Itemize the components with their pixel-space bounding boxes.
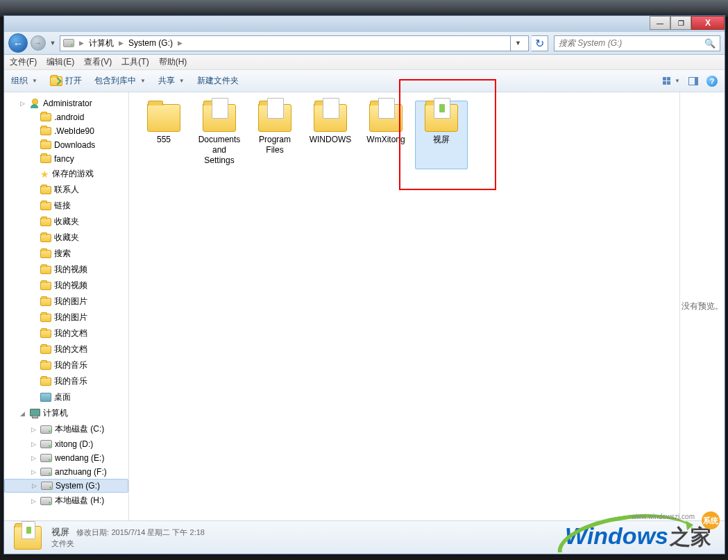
tree-item-label: fancy <box>54 154 74 164</box>
share-button[interactable]: 共享▼ <box>158 75 185 87</box>
folder-icon <box>40 362 51 370</box>
chevron-down-icon: ▼ <box>179 78 185 84</box>
folder-icon <box>369 104 403 132</box>
chevron-right-icon[interactable]: ▶ <box>77 40 86 46</box>
tree-item[interactable]: 我的文档 <box>4 341 128 357</box>
organize-button[interactable]: 组织▼ <box>11 75 37 87</box>
folder-item[interactable]: WINDOWS <box>304 101 357 169</box>
folder-icon <box>40 282 51 290</box>
tree-item-label: 计算机 <box>43 407 68 419</box>
tree-item-label: 搜索 <box>54 248 71 260</box>
drive-icon <box>40 454 52 462</box>
expand-icon[interactable]: ▷ <box>29 455 37 461</box>
tree-item[interactable]: ▷anzhuang (F:) <box>4 465 128 479</box>
expand-icon[interactable]: ▷ <box>18 100 26 107</box>
tree-item-label: 链接 <box>54 200 71 212</box>
tree-item-label: .WebIde90 <box>54 126 94 136</box>
menu-help[interactable]: 帮助(H) <box>159 56 187 68</box>
tree-item[interactable]: .WebIde90 <box>4 124 128 138</box>
tree-item[interactable]: 我的音乐 <box>4 357 128 373</box>
tree-item[interactable]: 我的音乐 <box>4 373 128 389</box>
tree-item[interactable]: 搜索 <box>4 246 128 262</box>
tree-item[interactable]: Downloads <box>4 138 128 152</box>
search-icon[interactable]: 🔍 <box>704 38 716 49</box>
tree-item[interactable]: .android <box>4 110 128 124</box>
expand-icon[interactable]: ▷ <box>29 426 37 433</box>
tree-item[interactable]: 桌面 <box>4 389 128 405</box>
item-label: WINDOWS <box>310 135 352 145</box>
tree-item[interactable]: 我的图片 <box>4 294 128 309</box>
tree-item[interactable]: 我的视频 <box>4 262 128 278</box>
breadcrumb-drive[interactable]: System (G:) <box>126 38 176 48</box>
tree-item[interactable]: 我的视频 <box>4 278 128 294</box>
tree-item[interactable]: 收藏夹 <box>4 214 128 230</box>
tree-item[interactable]: ▷xitong (D:) <box>4 437 128 451</box>
new-folder-button[interactable]: 新建文件夹 <box>197 75 239 87</box>
content-area: 555Documents and SettingsProgram FilesWI… <box>129 92 725 520</box>
tree-item[interactable]: ▷本地磁盘 (C:) <box>4 421 128 437</box>
folder-item[interactable]: 视屏 <box>415 101 468 169</box>
selected-item-icon <box>14 526 42 550</box>
tree-item[interactable]: ▷System (G:) <box>4 479 128 493</box>
maximize-button[interactable]: ❐ <box>670 16 691 30</box>
folder-item[interactable]: Documents and Settings <box>193 101 246 169</box>
expand-icon[interactable]: ▷ <box>29 498 37 504</box>
tree-item-label: 收藏夹 <box>54 232 79 244</box>
help-button[interactable]: ? <box>706 76 718 87</box>
tree-item[interactable]: ★保存的游戏 <box>4 166 128 182</box>
tree-item[interactable]: ▷Administrator <box>4 96 128 110</box>
expand-icon[interactable]: ▷ <box>30 482 38 489</box>
search-input[interactable] <box>559 38 704 48</box>
folder-icon <box>203 104 236 132</box>
folder-item[interactable]: 555 <box>137 101 190 169</box>
navigation-tree[interactable]: ▷Administrator.android.WebIde90Downloads… <box>4 92 129 520</box>
search-box[interactable]: 🔍 <box>554 35 720 51</box>
items-view[interactable]: 555Documents and SettingsProgram FilesWI… <box>129 92 679 520</box>
tree-item[interactable]: 联系人 <box>4 182 128 198</box>
menu-view[interactable]: 查看(V) <box>84 56 112 68</box>
expand-icon[interactable]: ▷ <box>29 441 37 448</box>
menu-file[interactable]: 文件(F) <box>10 56 37 68</box>
tree-item[interactable]: 链接 <box>4 198 128 214</box>
folder-item[interactable]: WmXitong <box>359 101 412 169</box>
chevron-right-icon[interactable]: ▶ <box>117 40 126 46</box>
item-label: 视屏 <box>433 135 450 145</box>
expand-icon[interactable]: ◢ <box>18 410 26 417</box>
tree-item[interactable]: 我的文档 <box>4 325 128 341</box>
menu-tools[interactable]: 工具(T) <box>121 56 149 68</box>
address-bar[interactable]: ▶ 计算机 ▶ System (G:) ▶ ▼ <box>60 35 529 51</box>
include-library-button[interactable]: 包含到库中▼ <box>94 75 146 87</box>
expand-icon[interactable]: ▷ <box>29 468 37 475</box>
tree-item[interactable]: ◢计算机 <box>4 405 128 421</box>
menu-bar: 文件(F) 编辑(E) 查看(V) 工具(T) 帮助(H) <box>4 55 725 70</box>
chevron-right-icon[interactable]: ▶ <box>176 40 185 46</box>
history-dropdown[interactable]: ▼ <box>49 36 57 50</box>
background-taskbar <box>0 0 728 17</box>
tree-item-label: 我的视频 <box>54 264 87 275</box>
tree-item[interactable]: 收藏夹 <box>4 230 128 246</box>
chevron-down-icon: ▼ <box>32 78 37 84</box>
tree-item[interactable]: ▷wendang (E:) <box>4 451 128 465</box>
preview-pane-button[interactable] <box>688 77 698 85</box>
view-options-button[interactable]: ▼ <box>663 77 680 85</box>
titlebar: — ❐ X <box>4 16 725 32</box>
folder-item[interactable]: Program Files <box>248 101 301 169</box>
minimize-button[interactable]: — <box>650 16 670 30</box>
back-button[interactable]: ← <box>8 33 28 53</box>
address-dropdown[interactable]: ▼ <box>510 35 525 51</box>
refresh-button[interactable]: ↻ <box>532 35 548 51</box>
desk-icon <box>40 393 51 402</box>
tree-item-label: 我的视频 <box>54 280 87 291</box>
tree-item[interactable]: fancy <box>4 152 128 166</box>
menu-edit[interactable]: 编辑(E) <box>46 56 74 68</box>
tree-item[interactable]: 我的图片 <box>4 309 128 325</box>
tree-item[interactable]: ▷本地磁盘 (H:) <box>4 493 128 509</box>
open-button[interactable]: 打开 <box>50 75 82 87</box>
close-button[interactable]: X <box>691 16 725 30</box>
tree-item-label: 我的文档 <box>54 343 87 355</box>
item-label: Program Files <box>252 135 298 155</box>
folder-icon <box>40 186 51 194</box>
grid-icon <box>663 77 670 85</box>
breadcrumb-computer[interactable]: 计算机 <box>86 37 117 49</box>
forward-button[interactable]: → <box>31 35 46 51</box>
